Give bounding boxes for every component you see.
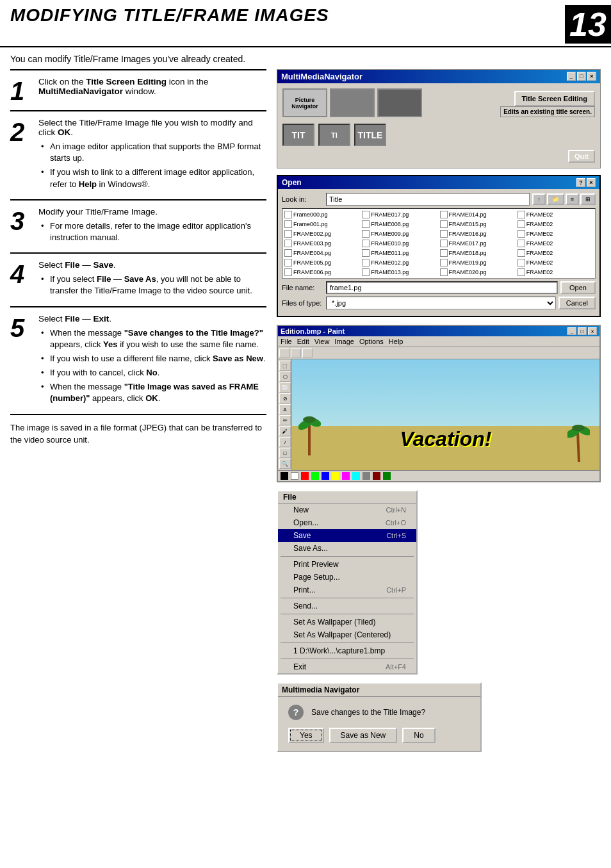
- picture-navigator-icon[interactable]: Picture Navigator: [282, 88, 327, 117]
- brush-tool[interactable]: 🖌: [279, 426, 291, 436]
- mmn-no-button[interactable]: No: [402, 728, 435, 743]
- menu-item-new[interactable]: New Ctrl+N: [278, 504, 416, 516]
- paint-close-icon[interactable]: ×: [588, 327, 597, 335]
- cd-burner-icon[interactable]: [377, 88, 422, 117]
- list-item[interactable]: FRAME02: [517, 258, 594, 267]
- zoom-tool[interactable]: 🔍: [279, 459, 291, 469]
- paint-toolbar-btn-1[interactable]: [279, 348, 289, 357]
- title-icon-2[interactable]: TI: [318, 124, 350, 146]
- open-dialog-help-icon[interactable]: ?: [576, 178, 585, 187]
- list-item[interactable]: FRAME012.pg: [361, 258, 438, 267]
- list-item[interactable]: FRAME009.pg: [361, 229, 438, 238]
- list-item[interactable]: FRAME019.pg: [439, 258, 516, 267]
- file-icon: [362, 220, 370, 228]
- list-item[interactable]: FRAME02: [517, 268, 594, 277]
- menu-item-wallpaper-tiled[interactable]: Set As Wallpaper (Tiled): [278, 616, 416, 628]
- eraser-tool[interactable]: ⬜: [279, 382, 291, 393]
- color-yellow[interactable]: [332, 472, 339, 480]
- list-item[interactable]: FRAME02: [517, 239, 594, 248]
- paint-menu-image[interactable]: Image: [334, 338, 354, 345]
- list-item[interactable]: FRAME014.pg: [439, 210, 516, 219]
- list-item[interactable]: FRAME017.pg: [361, 210, 438, 219]
- picture-navigator-label: Picture Navigator: [284, 97, 326, 110]
- open-dialog-close-icon[interactable]: ×: [587, 178, 596, 187]
- menu-item-open[interactable]: Open... Ctrl+O: [278, 516, 416, 529]
- paint-minimize-icon[interactable]: _: [567, 327, 576, 335]
- color-magenta[interactable]: [342, 472, 350, 480]
- look-in-input[interactable]: Title: [326, 193, 530, 206]
- mmn-yes-button[interactable]: Yes: [288, 728, 324, 743]
- list-item[interactable]: FRAME005.pg: [284, 258, 361, 267]
- color-black[interactable]: [281, 472, 288, 480]
- list-item[interactable]: Frame000.pg: [284, 210, 361, 219]
- open-button[interactable]: Open: [560, 281, 596, 294]
- menu-item-page-setup[interactable]: Page Setup...: [278, 571, 416, 584]
- list-item[interactable]: FRAME013.pg: [361, 268, 438, 277]
- maximize-icon[interactable]: □: [577, 72, 586, 81]
- menu-item-save-as[interactable]: Save As...: [278, 542, 416, 555]
- color-darkgreen[interactable]: [383, 472, 391, 480]
- paint-maximize-icon[interactable]: □: [578, 327, 587, 335]
- mmn-save-as-new-button[interactable]: Save as New: [329, 728, 398, 743]
- text-tool[interactable]: A: [279, 404, 291, 414]
- list-item[interactable]: FRAME008.pg: [361, 220, 438, 229]
- list-item[interactable]: FRAME015.pg: [439, 220, 516, 229]
- title-screen-editing-button[interactable]: Title Screen Editing: [514, 91, 596, 106]
- list-item[interactable]: FRAME004.pg: [284, 249, 361, 258]
- select-tool[interactable]: ⬚: [279, 361, 291, 371]
- list-item[interactable]: FRAME017.pg: [439, 239, 516, 248]
- lasso-tool[interactable]: ⬡: [279, 372, 291, 382]
- list-item[interactable]: FRAME02: [517, 229, 594, 238]
- menu-item-send[interactable]: Send...: [278, 600, 416, 612]
- color-cyan[interactable]: [352, 472, 360, 480]
- title-icon-3[interactable]: TITLE: [354, 124, 386, 146]
- list-item[interactable]: FRAME02: [517, 210, 594, 219]
- list-item[interactable]: Frame001.pg: [284, 220, 361, 229]
- rect-tool[interactable]: □: [279, 448, 291, 458]
- fill-tool[interactable]: ⊘: [279, 393, 291, 404]
- color-darkred[interactable]: [373, 472, 380, 480]
- new-folder-btn[interactable]: 📁: [547, 193, 564, 205]
- paint-menu-help[interactable]: Help: [389, 338, 403, 345]
- menu-item-print[interactable]: Print... Ctrl+P: [278, 584, 416, 596]
- file-name-input[interactable]: [326, 281, 558, 294]
- quit-button[interactable]: Quit: [568, 150, 595, 163]
- menu-item-wallpaper-centered[interactable]: Set As Wallpaper (Centered): [278, 628, 416, 641]
- list-item[interactable]: FRAME002.pg: [284, 229, 361, 238]
- color-gray[interactable]: [363, 472, 370, 480]
- list-item[interactable]: FRAME016.pg: [439, 229, 516, 238]
- color-green[interactable]: [311, 472, 319, 480]
- color-blue[interactable]: [322, 472, 329, 480]
- paint-menu-view[interactable]: View: [314, 338, 330, 345]
- menu-item-save[interactable]: Save Ctrl+S: [278, 529, 416, 542]
- list-item[interactable]: FRAME003.pg: [284, 239, 361, 248]
- list-item[interactable]: FRAME018.pg: [439, 249, 516, 258]
- menu-item-print-preview[interactable]: Print Preview: [278, 558, 416, 571]
- list-item[interactable]: FRAME02: [517, 249, 594, 258]
- list-item[interactable]: FRAME02: [517, 220, 594, 229]
- list-item[interactable]: FRAME011.pg: [361, 249, 438, 258]
- up-folder-btn[interactable]: ↑: [532, 193, 546, 205]
- color-red[interactable]: [301, 472, 309, 480]
- color-white[interactable]: [291, 472, 298, 480]
- title-icon-1[interactable]: TIT: [282, 124, 314, 146]
- line-tool[interactable]: /: [279, 437, 291, 447]
- list-item[interactable]: FRAME010.pg: [361, 239, 438, 248]
- files-of-type-select[interactable]: *.jpg: [326, 297, 556, 309]
- video-navigator-icon[interactable]: [330, 88, 375, 117]
- menu-item-exit[interactable]: Exit Alt+F4: [278, 660, 416, 673]
- menu-item-recent-file[interactable]: 1 D:\Work\...\capture1.bmp: [278, 644, 416, 657]
- pencil-tool[interactable]: ✏: [279, 415, 291, 425]
- list-item[interactable]: FRAME020.pg: [439, 268, 516, 277]
- list-item[interactable]: FRAME006.pg: [284, 268, 361, 277]
- minimize-icon[interactable]: _: [567, 72, 576, 81]
- paint-menu-options[interactable]: Options: [359, 338, 384, 345]
- paint-menu-edit[interactable]: Edit: [297, 338, 309, 345]
- detail-view-btn[interactable]: ⊞: [580, 193, 596, 205]
- paint-menu-file[interactable]: File: [281, 338, 292, 345]
- cancel-button[interactable]: Cancel: [558, 297, 596, 309]
- list-view-btn[interactable]: ≡: [566, 193, 579, 205]
- paint-toolbar-btn-2[interactable]: [291, 348, 301, 357]
- paint-toolbar-btn-3[interactable]: [302, 348, 313, 357]
- close-icon[interactable]: ×: [587, 72, 596, 81]
